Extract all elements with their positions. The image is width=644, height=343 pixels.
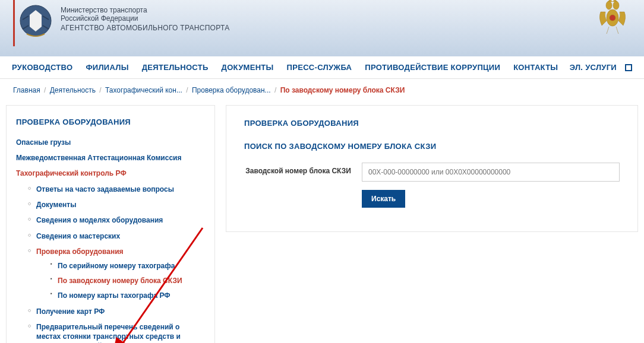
sidebar-sub-cards[interactable]: Получение карт РФ	[28, 307, 205, 316]
crumb-check[interactable]: Проверка оборудован...	[192, 86, 271, 94]
nav-item-leadership[interactable]: РУКОВОДСТВО	[12, 63, 72, 72]
emblem-icon	[18, 3, 53, 45]
sidebar-item-commission[interactable]: Межведомственная Аттестационная Комиссия	[16, 154, 205, 162]
nav-item-contacts[interactable]: КОНТАКТЫ	[513, 63, 558, 72]
content-title: ПРОВЕРКА ОБОРУДОВАНИЯ	[244, 119, 620, 128]
sidebar-sub-check[interactable]: Проверка оборудования По серийному номер…	[28, 247, 205, 301]
nav-item-press[interactable]: ПРЕСС-СЛУЖБА	[287, 63, 352, 72]
factory-number-input[interactable]	[362, 163, 620, 182]
sidebar-sub-workshops[interactable]: Сведения о мастерских	[28, 231, 205, 241]
search-button[interactable]: Искать	[362, 190, 405, 208]
sidebar: ПРОВЕРКА ОБОРУДОВАНИЯ Опасные грузы Межв…	[6, 105, 215, 343]
svg-point-2	[613, 1, 619, 9]
nav-item-documents[interactable]: ДОКУМЕНТЫ	[222, 63, 274, 72]
crumb-activity[interactable]: Деятельность	[50, 86, 96, 94]
svg-point-4	[610, 15, 615, 21]
menu-icon[interactable]	[625, 64, 632, 71]
sidebar-sub-docs[interactable]: Документы	[28, 200, 205, 209]
sidebar-sub-models[interactable]: Сведения о моделях оборудования	[28, 215, 205, 225]
field-label: Заводской номер блока СКЗИ	[244, 163, 351, 175]
header-line3: АГЕНТСТВО АВТОМОБИЛЬНОГО ТРАНСПОРТА	[61, 24, 230, 32]
breadcrumb: Главная / Деятельность / Тахографический…	[0, 79, 644, 105]
sidebar-subsub-factory[interactable]: По заводскому номеру блока СКЗИ	[50, 276, 205, 285]
header-text: Министерство транспорта Российской Федер…	[61, 3, 230, 32]
nav-item-activity[interactable]: ДЕЯТЕЛЬНОСТЬ	[142, 63, 209, 72]
sidebar-sub-check-label: Проверка оборудования	[36, 247, 124, 256]
content-subtitle: ПОИСК ПО ЗАВОДСКОМУ НОМЕРУ БЛОКА СКЗИ	[244, 142, 620, 151]
sidebar-sub-faq[interactable]: Ответы на часто задаваемые вопросы	[28, 185, 205, 194]
header-line1: Министерство транспорта	[61, 6, 230, 14]
main-nav: РУКОВОДСТВО ФИЛИАЛЫ ДЕЯТЕЛЬНОСТЬ ДОКУМЕН…	[0, 56, 644, 79]
header: Министерство транспорта Российской Федер…	[0, 0, 644, 56]
crumb-home[interactable]: Главная	[13, 86, 40, 94]
sidebar-sub-parking[interactable]: Предварительный перечень сведений о мест…	[28, 322, 205, 343]
crumb-tacho[interactable]: Тахографический кон...	[105, 86, 182, 94]
nav-item-branches[interactable]: ФИЛИАЛЫ	[86, 63, 128, 72]
svg-point-1	[606, 1, 612, 9]
eagle-emblem-icon	[594, 0, 632, 42]
sidebar-item-tacho[interactable]: Тахографический контроль РФ	[16, 169, 205, 177]
sidebar-item-dangerous[interactable]: Опасные грузы	[16, 138, 205, 147]
content-panel: ПРОВЕРКА ОБОРУДОВАНИЯ ПОИСК ПО ЗАВОДСКОМ…	[226, 105, 638, 232]
sidebar-subsub-serial[interactable]: По серийному номеру тахографа	[50, 261, 205, 271]
sidebar-subsub-card[interactable]: По номеру карты тахографа РФ	[50, 291, 205, 300]
nav-item-eservices[interactable]: ЭЛ. УСЛУГИ	[570, 63, 617, 72]
crumb-active: По заводскому номеру блока СКЗИ	[280, 86, 405, 94]
header-line2: Российской Федерации	[61, 14, 230, 23]
decorative-red-bar	[13, 0, 15, 46]
sidebar-title: ПРОВЕРКА ОБОРУДОВАНИЯ	[16, 117, 205, 126]
nav-item-anticorruption[interactable]: ПРОТИВОДЕЙСТВИЕ КОРРУПЦИИ	[365, 63, 500, 72]
